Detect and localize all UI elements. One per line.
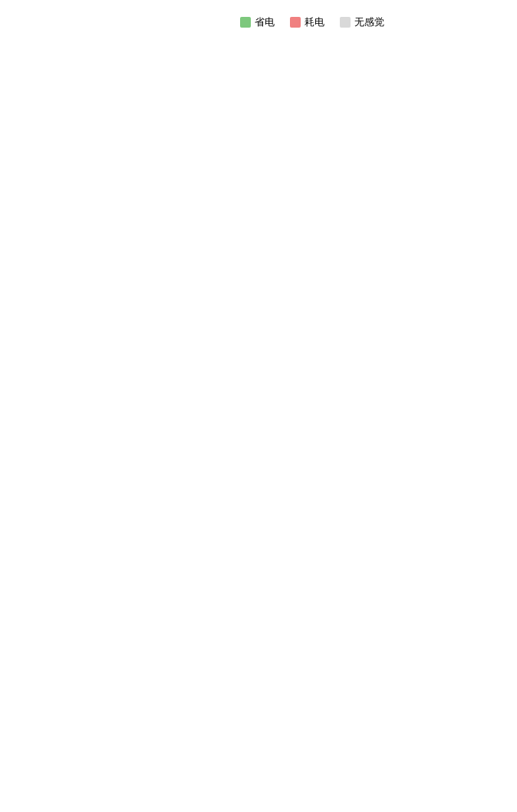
legend-color: [290, 17, 301, 28]
chart-container: 省电耗电无感觉: [0, 8, 517, 63]
x-axis: [8, 38, 509, 40]
legend: 省电耗电无感觉: [8, 15, 509, 29]
legend-label: 省电: [255, 15, 275, 29]
legend-color: [340, 17, 351, 28]
legend-color: [240, 17, 251, 28]
legend-label: 耗电: [305, 15, 324, 29]
x-axis-labels: [114, 38, 509, 40]
legend-item: 省电: [240, 15, 275, 29]
legend-label: 无感觉: [354, 15, 384, 29]
legend-item: 耗电: [290, 15, 324, 29]
legend-item: 无感觉: [340, 15, 384, 29]
